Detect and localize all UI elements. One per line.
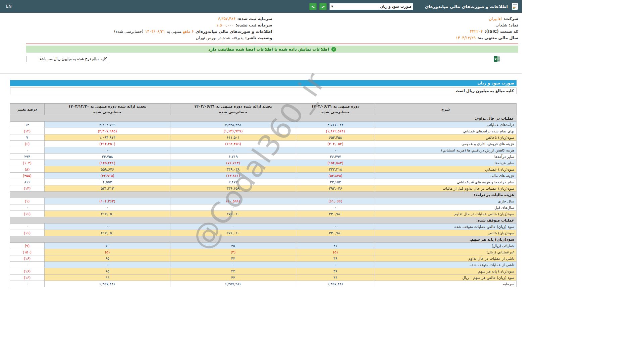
cell-value: (۶۰,۵۹۹) — [170, 198, 296, 204]
cell-value: ۰ — [296, 262, 375, 268]
cell-value: ۰ — [170, 262, 296, 268]
table-row: سرمایه۶,۳۵۷,۴۸۶۶,۳۵۷,۴۸۶۶,۳۵۷,۴۸۶۰ — [10, 281, 517, 287]
cell-value: ۳۴۹,۰۴۸ — [170, 166, 296, 173]
info-label: نماد: — [509, 23, 518, 27]
row-label: سود (زیان) خالص عملیات متوقف شده — [375, 224, 517, 230]
cell-value: (۵) — [296, 249, 375, 255]
row-label: سود(زیان) عملیات در حال تداوم قبل از مال… — [375, 185, 517, 192]
table-row: عملیاتي (ریال)۴۱۴۵۷۰(۹) — [10, 243, 517, 249]
info-label: کد صنعت (ISIC): — [485, 29, 518, 34]
cell-value: ۴۵ — [170, 243, 296, 249]
section-label: سود(زیان) پایه هر سهم: — [10, 236, 517, 243]
section-row: سود(زیان) پایه هر سهم: — [10, 236, 517, 243]
cell-value: ۰ — [45, 204, 170, 211]
cell-percent-change: ۰ — [10, 147, 45, 154]
company-link[interactable]: لعابیران — [489, 16, 502, 21]
table-row: سود(زیان) عملیات در حال تداوم قبل از مال… — [10, 185, 517, 192]
cell-value: ۱,۰۹۴,۸۱۴ — [45, 134, 170, 141]
row-label: بهای تمام شده درآمدهای عملیاتي — [375, 128, 517, 134]
column-subheader-audited-2: حسابرسی شده — [45, 109, 170, 115]
section-row: هزینه مالیات بر درآمد: — [10, 192, 517, 198]
cell-value: ۰ — [45, 224, 170, 230]
cell-value: ۶۵ — [45, 268, 170, 275]
excel-export-icon[interactable]: X — [494, 56, 500, 62]
cell-value: ۳۳۶,۶۵۹ — [170, 185, 296, 192]
table-row: بهای تمام شده درآمدهای عملیاتي(۱,۸۶۲,۵۶۴… — [10, 128, 517, 134]
cell-percent-change: (۹) — [10, 243, 45, 249]
cell-value: (۴۲,۹۱۵) — [45, 173, 170, 179]
company-info-row: شرکت:لعابیران — [272, 16, 519, 22]
next-statement-button[interactable]: > — [319, 3, 327, 10]
cell-value: (۵) — [45, 249, 170, 255]
cell-percent-change: (۱۶) — [10, 275, 45, 281]
info-value: ۶,۳۵۷,۴۸۶ — [218, 16, 236, 21]
cell-percent-change: (۸) — [10, 166, 45, 173]
row-label: سایر هزینه‌ها — [375, 160, 517, 166]
cell-value: ۶,۳۵۷,۴۸۶ — [170, 281, 296, 287]
prev-statement-button[interactable]: < — [309, 3, 317, 10]
table-row: سود(زیان) پایه هر سهم۳۶۴۳۶۵(۱۶) — [10, 268, 517, 275]
company-info-row: وضعیت ناشر:پذیرفته شده در بورس تهران — [26, 35, 272, 41]
row-label: سایر درآمدها و هزینه های غیرعملیاتي — [375, 179, 517, 185]
company-info-left-column: سرمایه ثبت شده:۶,۳۵۷,۴۸۶سرمایه ثبت نشده:… — [26, 16, 272, 41]
info-label: اطلاعات و صورت‌های مالی میاندوره‌ای — [196, 29, 272, 34]
info-value: ۶ ماهه — [183, 29, 194, 34]
horizontal-separator — [0, 73, 522, 74]
topbar: اطلاعات و صورت‌های مالی میاندوره‌ای صورت… — [0, 0, 522, 13]
cell-value: ۰ — [45, 262, 170, 268]
row-label: سود(زیان) ناخالص — [375, 134, 517, 141]
cell-value: (۱۴۵,۴۴۶) — [45, 160, 170, 166]
cell-value: ۴۳ — [170, 268, 296, 275]
cell-value: (۱,۶۳۶,۹۲۷) — [170, 128, 296, 134]
section-label: عملیات متوقف شده: — [10, 217, 517, 224]
cell-value: (۱۵۴,۵۸۳) — [296, 160, 375, 166]
table-row: ناشي از عملیات متوقف شده۰۰۰۰ — [10, 262, 517, 268]
row-label: ناشي از عملیات در حال تداوم — [375, 255, 517, 262]
info-label: سرمایه ثبت شده: — [237, 16, 272, 21]
statement-title-bar: صورت سود و زیان — [10, 80, 517, 86]
cell-value: (۴۱۴,۴۵۰) — [45, 141, 170, 147]
table-row: غیرعملیاتي (ریال)(۵)(۲)(۵)(۱۵۰) — [10, 249, 517, 255]
table-row: سود(زیان) ناخالص۶۵۴,۴۵۸۶۱۱,۵۰۱۱,۰۹۴,۸۱۴۷ — [10, 134, 517, 141]
row-label: سال جاری — [375, 198, 517, 204]
cell-percent-change: (۲۵۵) — [10, 173, 45, 179]
column-subheader-audited-1: حسابرسی شده — [170, 109, 296, 115]
cell-value: (۲۰۴,۰۵۴) — [296, 141, 375, 147]
cell-value: ۳۲۲,۲۱۸ — [296, 166, 375, 173]
row-label: سال‌های قبل — [375, 204, 517, 211]
info-value: شلعاب — [495, 23, 507, 27]
cell-value: ۲۳۰,۹۸۰ — [296, 211, 375, 217]
table-row: سال‌های قبل۰۰۰۰ — [10, 204, 517, 211]
table-row: سود(زیان) عملیاتي۳۲۲,۲۱۸۳۴۹,۰۴۸۵۵۹,۶۷۶(۸… — [10, 166, 517, 173]
topbar-main-group: اطلاعات و صورت‌های مالی میاندوره‌ای صورت… — [309, 2, 519, 11]
info-value: ۱۴۰۴/۱۲/۲۹ — [456, 36, 476, 40]
info-value: منتهی به — [167, 29, 181, 34]
language-toggle-en[interactable]: EN — [6, 4, 12, 9]
row-label: هزینه کاهش ارزش دریافتني ها (هزینه استثن… — [375, 147, 517, 154]
cell-percent-change: ۷ — [10, 134, 45, 141]
cell-value: ۰ — [296, 224, 375, 230]
info-value: (حسابرسی شده) — [114, 29, 144, 34]
info-value: پذیرفته شده در بورس تهران — [196, 36, 244, 40]
cell-value: ۲۷۶,۰۶۰ — [170, 230, 296, 236]
cell-value: ۶,۳۵۷,۴۸۶ — [296, 281, 375, 287]
cell-value: (۲) — [170, 249, 296, 255]
cell-percent-change: (۱۶) — [10, 268, 45, 275]
column-header-percent-change: درصد تغییر — [10, 104, 45, 115]
cell-value: ۰ — [170, 147, 296, 154]
cell-value: ۰ — [296, 147, 375, 154]
cell-percent-change: ۰ — [10, 281, 45, 287]
cell-percent-change: (۱۶) — [10, 211, 45, 217]
info-label: وضعیت ناشر: — [245, 36, 272, 40]
table-row: سود (زیان) خالص هر سهم – ریال۳۶۴۳۶۶(۱۶) — [10, 275, 517, 281]
cell-value: ۲,۴۷۲ — [170, 179, 296, 185]
row-label: هزینه های فروش، اداری و عمومی — [375, 141, 517, 147]
company-info-row: سرمایه ثبت شده:۶,۳۵۷,۴۸۶ — [26, 16, 272, 22]
cell-value: ۳۶ — [296, 255, 375, 262]
section-label: هزینه مالیات بر درآمد: — [10, 192, 517, 198]
table-row: سال جاری(۶۱,۰۶۶)(۶۰,۵۹۹)(۱۰۴,۲۶۳)(۱) — [10, 198, 517, 204]
statement-dropdown[interactable]: صورت سود و زیان ▼ — [329, 3, 413, 10]
report-icon — [511, 2, 519, 11]
cell-value: (۱,۸۶۲,۵۶۴) — [296, 128, 375, 134]
table-row: هزینه های فروش، اداری و عمومی(۲۰۴,۰۵۴)(۱… — [10, 141, 517, 147]
